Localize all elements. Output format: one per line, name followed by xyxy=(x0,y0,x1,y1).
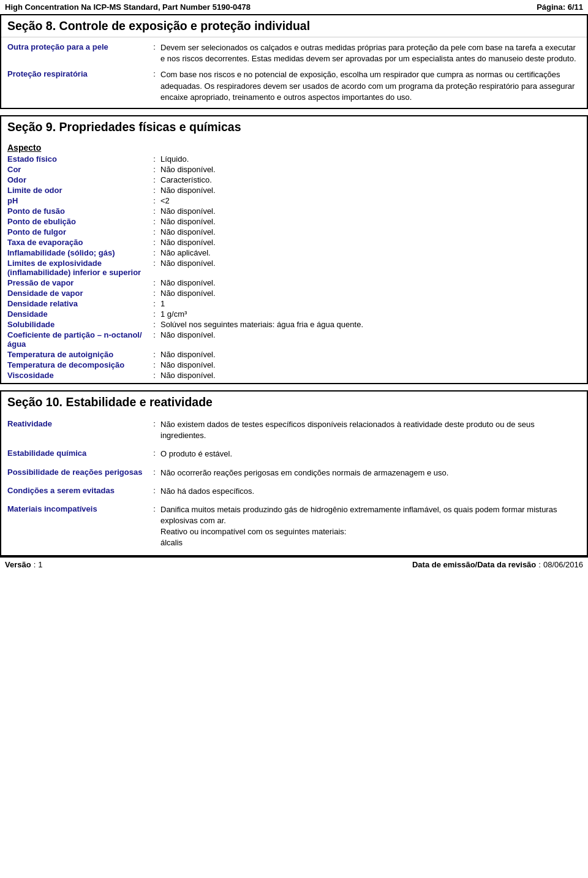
section9-prop-colon-18: : xyxy=(148,360,160,369)
aspecto-header: Aspecto xyxy=(7,140,581,154)
prop-label-protecao-resp: Proteção respiratória xyxy=(7,69,148,78)
section9-prop-value-1: Não disponível. xyxy=(160,165,581,174)
section10-row-0: Reatividade:Não existem dados de testes … xyxy=(7,415,581,445)
section9-prop-row-17: Temperatura de autoignição:Não disponíve… xyxy=(7,349,581,360)
section9-prop-value-3: Não disponível. xyxy=(160,186,581,195)
section9-prop-colon-3: : xyxy=(148,186,160,195)
section9-prop-value-9: Não aplicável. xyxy=(160,248,581,257)
section9-prop-label-8: Taxa de evaporação xyxy=(7,238,148,247)
section9-prop-row-11: Pressão de vapor:Não disponível. xyxy=(7,278,581,288)
section10-label-3: Condições a serem evitadas xyxy=(7,486,148,495)
prop-label-outra-protecao: Outra proteção para a pele xyxy=(7,42,148,51)
section9-prop-colon-4: : xyxy=(148,196,160,205)
section9-prop-colon-12: : xyxy=(148,289,160,298)
section10-row-1: Estabilidade química:O produto é estável… xyxy=(7,445,581,463)
section9-prop-label-3: Limite de odor xyxy=(7,186,148,195)
section9-prop-colon-13: : xyxy=(148,299,160,308)
section9-prop-label-5: Ponto de fusão xyxy=(7,206,148,216)
section9-prop-colon-1: : xyxy=(148,165,160,174)
section10-value-4: Danifica muitos metais produzindo gás de… xyxy=(160,504,581,549)
section-9-properties: Estado físico:Líquido.Cor:Não disponível… xyxy=(7,154,581,380)
section9-prop-label-11: Pressão de vapor xyxy=(7,278,148,287)
section9-prop-label-7: Ponto de fulgor xyxy=(7,227,148,237)
section9-prop-row-9: Inflamabilidade (sólido; gás):Não aplicá… xyxy=(7,248,581,258)
section9-prop-label-14: Densidade xyxy=(7,309,148,319)
section8-row-0: Outra proteção para a pele : Devem ser s… xyxy=(7,40,581,67)
document-title: High Concentration Na ICP-MS Standard, P… xyxy=(5,2,251,12)
section10-colon-1: : xyxy=(148,448,160,458)
section9-prop-colon-6: : xyxy=(148,217,160,226)
section9-prop-row-4: pH:<2 xyxy=(7,195,581,206)
section9-prop-row-7: Ponto de fulgor:Não disponível. xyxy=(7,227,581,237)
section9-prop-colon-10: : xyxy=(148,259,160,268)
section-8-body: Outra proteção para a pele : Devem ser s… xyxy=(1,37,587,108)
footer-date: Data de emissão/Data da revisão : 08/06/… xyxy=(412,560,583,569)
section9-prop-label-10: Limites de explosividade (inflamabilidad… xyxy=(7,259,148,277)
prop-colon-1: : xyxy=(148,69,160,78)
section9-prop-label-18: Temperatura de decomposição xyxy=(7,360,148,369)
section10-label-2: Possibilidade de reações perigosas xyxy=(7,467,148,477)
section9-prop-label-13: Densidade relativa xyxy=(7,299,148,308)
footer-version: Versão : 1 xyxy=(5,560,43,569)
section9-prop-colon-19: : xyxy=(148,371,160,380)
section-8: Seção 8. Controle de exposição e proteçã… xyxy=(0,15,588,109)
section9-prop-value-4: <2 xyxy=(160,196,581,205)
section10-label-1: Estabilidade química xyxy=(7,448,148,458)
section9-prop-value-17: Não disponível. xyxy=(160,350,581,359)
section9-prop-label-0: Estado físico xyxy=(7,154,148,164)
section9-prop-label-19: Viscosidade xyxy=(7,371,148,380)
section9-prop-value-5: Não disponível. xyxy=(160,206,581,216)
section9-prop-row-18: Temperatura de decomposição:Não disponív… xyxy=(7,360,581,370)
section-9-header: Seção 9. Propriedades físicas e químicas xyxy=(1,116,587,138)
section-10-body: Reatividade:Não existem dados de testes … xyxy=(1,413,587,555)
section9-prop-value-11: Não disponível. xyxy=(160,278,581,287)
section9-prop-colon-9: : xyxy=(148,248,160,257)
section9-prop-row-15: Solubilidade:Solúvel nos seguintes mater… xyxy=(7,319,581,330)
version-colon: : xyxy=(34,560,36,569)
page-footer: Versão : 1 Data de emissão/Data da revis… xyxy=(0,556,588,572)
date-value: 08/06/2016 xyxy=(543,560,583,569)
section10-colon-3: : xyxy=(148,486,160,495)
section9-prop-value-6: Não disponível. xyxy=(160,217,581,226)
section-9: Seção 9. Propriedades físicas e químicas… xyxy=(0,115,588,384)
section9-prop-colon-7: : xyxy=(148,227,160,237)
page-number: Página: 6/11 xyxy=(537,2,583,12)
section9-prop-colon-17: : xyxy=(148,350,160,359)
section9-prop-colon-5: : xyxy=(148,206,160,216)
section8-row-1: Proteção respiratória : Com base nos ris… xyxy=(7,67,581,105)
section9-prop-colon-8: : xyxy=(148,238,160,247)
section-9-title: Seção 9. Propriedades físicas e químicas xyxy=(7,120,581,134)
section9-prop-colon-16: : xyxy=(148,330,160,339)
section-10: Seção 10. Estabilidade e reatividade Rea… xyxy=(0,390,588,556)
version-value: 1 xyxy=(38,560,42,569)
section9-prop-row-14: Densidade:1 g/cm³ xyxy=(7,309,581,319)
section10-value-3: Não há dados específicos. xyxy=(160,486,581,497)
section9-prop-row-10: Limites de explosividade (inflamabilidad… xyxy=(7,258,581,278)
section9-prop-label-12: Densidade de vapor xyxy=(7,289,148,298)
section9-prop-value-13: 1 xyxy=(160,299,581,308)
section9-prop-row-13: Densidade relativa:1 xyxy=(7,298,581,309)
section9-prop-value-18: Não disponível. xyxy=(160,360,581,369)
section10-colon-2: : xyxy=(148,467,160,477)
section9-prop-value-8: Não disponível. xyxy=(160,238,581,247)
section9-prop-row-3: Limite de odor:Não disponível. xyxy=(7,185,581,195)
section9-prop-label-4: pH xyxy=(7,196,148,205)
section-10-header: Seção 10. Estabilidade e reatividade xyxy=(1,392,587,413)
section9-prop-colon-0: : xyxy=(148,154,160,164)
page-header: High Concentration Na ICP-MS Standard, P… xyxy=(0,0,588,15)
section-10-title: Seção 10. Estabilidade e reatividade xyxy=(7,395,581,409)
section9-prop-value-2: Característico. xyxy=(160,175,581,184)
section9-prop-label-16: Coeficiente de partição – n-octanol/água xyxy=(7,330,148,349)
section9-prop-row-12: Densidade de vapor:Não disponível. xyxy=(7,288,581,298)
section9-prop-colon-14: : xyxy=(148,309,160,319)
date-label: Data de emissão/Data da revisão xyxy=(412,560,536,569)
section-8-header: Seção 8. Controle de exposição e proteçã… xyxy=(1,15,587,37)
section-9-body: Aspecto Estado físico:Líquido.Cor:Não di… xyxy=(1,138,587,383)
section9-prop-row-5: Ponto de fusão:Não disponível. xyxy=(7,206,581,216)
section9-prop-value-16: Não disponível. xyxy=(160,330,581,339)
section9-prop-row-6: Ponto de ebulição:Não disponível. xyxy=(7,216,581,227)
section9-prop-label-9: Inflamabilidade (sólido; gás) xyxy=(7,248,148,257)
section10-label-4: Materiais incompatíveis xyxy=(7,504,148,513)
section10-colon-0: : xyxy=(148,419,160,428)
section10-value-2: Não ocorrerão reações perigosas em condi… xyxy=(160,467,581,479)
